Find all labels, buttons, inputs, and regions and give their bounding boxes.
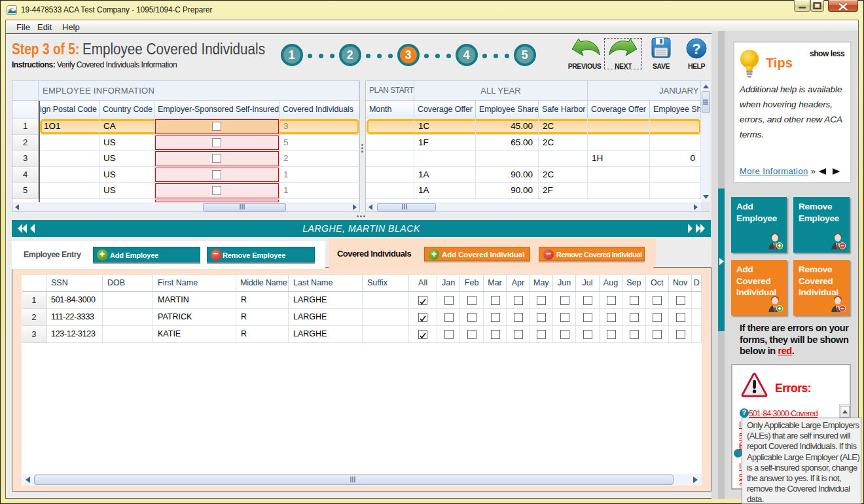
svg-text:?: ?: [692, 41, 700, 57]
